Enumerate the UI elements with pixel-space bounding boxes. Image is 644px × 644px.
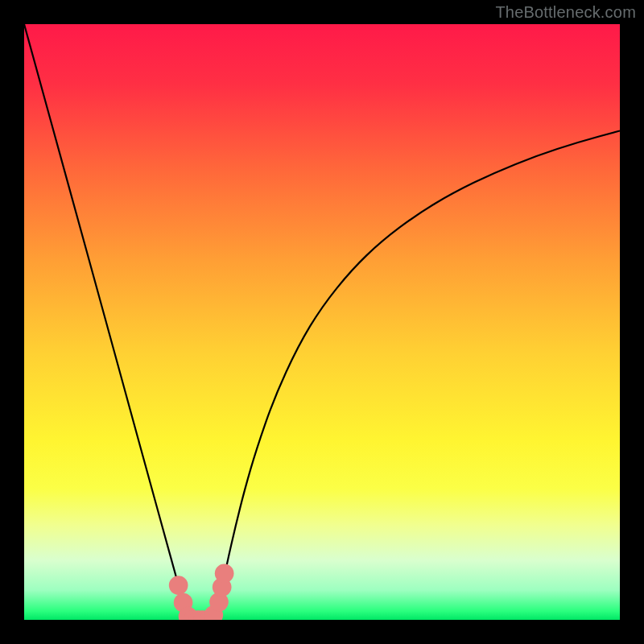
chart-frame: TheBottleneck.com [0, 0, 644, 644]
curve-marker [169, 576, 188, 595]
chart-svg [24, 24, 620, 620]
chart-background-gradient [24, 24, 620, 620]
watermark-text: TheBottleneck.com [495, 3, 636, 22]
chart-plot-area [24, 24, 620, 620]
curve-marker [215, 564, 234, 583]
